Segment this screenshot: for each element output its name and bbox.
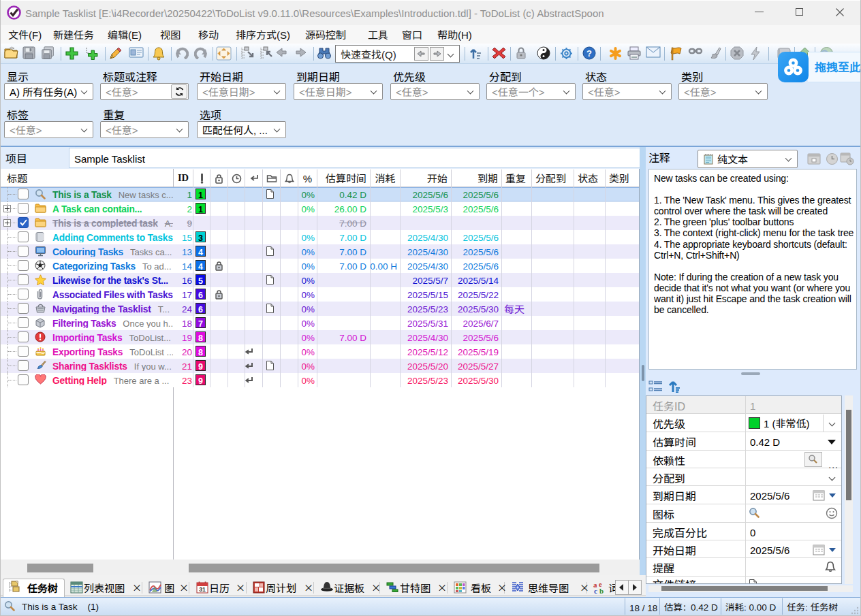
svg-text:?: ? [586, 48, 592, 59]
svg-text:c: c [594, 587, 597, 594]
svg-text:b: b [599, 587, 604, 594]
svg-text:31: 31 [199, 586, 206, 593]
